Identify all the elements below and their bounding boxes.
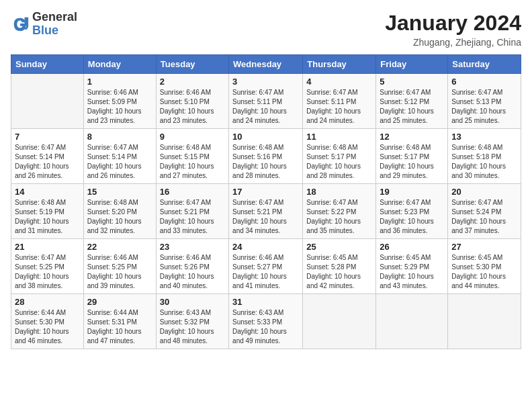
day-info: Sunrise: 6:47 AM Sunset: 5:21 PM Dayligh… (232, 198, 299, 236)
week-row-4: 21Sunrise: 6:47 AM Sunset: 5:25 PM Dayli… (11, 239, 521, 294)
day-cell: 22Sunrise: 6:46 AM Sunset: 5:25 PM Dayli… (83, 239, 156, 294)
day-number: 24 (232, 242, 299, 252)
day-cell: 1Sunrise: 6:46 AM Sunset: 5:09 PM Daylig… (83, 74, 156, 129)
day-cell: 28Sunrise: 6:44 AM Sunset: 5:30 PM Dayli… (11, 294, 84, 349)
header-cell-friday: Friday (376, 55, 448, 74)
day-number: 22 (87, 242, 152, 252)
day-info: Sunrise: 6:48 AM Sunset: 5:19 PM Dayligh… (15, 198, 80, 236)
header-row: SundayMondayTuesdayWednesdayThursdayFrid… (11, 55, 521, 74)
header-cell-thursday: Thursday (303, 55, 376, 74)
day-cell: 7Sunrise: 6:47 AM Sunset: 5:14 PM Daylig… (11, 129, 84, 184)
day-info: Sunrise: 6:47 AM Sunset: 5:12 PM Dayligh… (380, 88, 444, 126)
day-number: 11 (306, 132, 372, 142)
day-info: Sunrise: 6:47 AM Sunset: 5:21 PM Dayligh… (160, 198, 225, 236)
header: General Blue January 2024 Zhugang, Zheji… (11, 11, 521, 48)
week-row-5: 28Sunrise: 6:44 AM Sunset: 5:30 PM Dayli… (11, 294, 521, 349)
calendar-header: SundayMondayTuesdayWednesdayThursdayFrid… (11, 55, 521, 74)
day-cell: 6Sunrise: 6:47 AM Sunset: 5:13 PM Daylig… (448, 74, 521, 129)
day-cell: 8Sunrise: 6:47 AM Sunset: 5:14 PM Daylig… (83, 129, 156, 184)
day-number: 23 (160, 242, 225, 252)
title-block: January 2024 Zhugang, Zhejiang, China (385, 11, 521, 48)
location-subtitle: Zhugang, Zhejiang, China (385, 37, 521, 48)
day-info: Sunrise: 6:48 AM Sunset: 5:20 PM Dayligh… (87, 198, 152, 236)
day-cell: 18Sunrise: 6:47 AM Sunset: 5:22 PM Dayli… (303, 184, 376, 239)
day-info: Sunrise: 6:48 AM Sunset: 5:16 PM Dayligh… (232, 143, 299, 181)
day-info: Sunrise: 6:47 AM Sunset: 5:11 PM Dayligh… (306, 88, 372, 126)
day-cell: 17Sunrise: 6:47 AM Sunset: 5:21 PM Dayli… (229, 184, 303, 239)
day-number: 13 (451, 132, 517, 142)
day-info: Sunrise: 6:47 AM Sunset: 5:14 PM Dayligh… (15, 143, 80, 181)
week-row-3: 14Sunrise: 6:48 AM Sunset: 5:19 PM Dayli… (11, 184, 521, 239)
header-cell-tuesday: Tuesday (156, 55, 228, 74)
day-number: 2 (160, 77, 225, 87)
day-number: 4 (306, 77, 372, 87)
day-number: 25 (306, 242, 372, 252)
day-cell: 15Sunrise: 6:48 AM Sunset: 5:20 PM Dayli… (83, 184, 156, 239)
day-cell: 9Sunrise: 6:48 AM Sunset: 5:15 PM Daylig… (156, 129, 228, 184)
day-number: 15 (87, 187, 152, 197)
day-cell (376, 294, 448, 349)
logo-icon (11, 15, 30, 34)
day-number: 5 (380, 77, 444, 87)
day-cell: 3Sunrise: 6:47 AM Sunset: 5:11 PM Daylig… (229, 74, 303, 129)
day-cell: 14Sunrise: 6:48 AM Sunset: 5:19 PM Dayli… (11, 184, 84, 239)
header-cell-wednesday: Wednesday (229, 55, 303, 74)
day-number: 30 (160, 297, 225, 307)
day-number: 6 (451, 77, 517, 87)
day-cell: 29Sunrise: 6:44 AM Sunset: 5:31 PM Dayli… (83, 294, 156, 349)
day-cell (303, 294, 376, 349)
day-cell: 25Sunrise: 6:45 AM Sunset: 5:28 PM Dayli… (303, 239, 376, 294)
day-cell: 20Sunrise: 6:47 AM Sunset: 5:24 PM Dayli… (448, 184, 521, 239)
day-cell: 10Sunrise: 6:48 AM Sunset: 5:16 PM Dayli… (229, 129, 303, 184)
day-info: Sunrise: 6:46 AM Sunset: 5:09 PM Dayligh… (87, 88, 152, 126)
day-info: Sunrise: 6:47 AM Sunset: 5:23 PM Dayligh… (380, 198, 444, 236)
day-number: 14 (15, 187, 80, 197)
day-cell: 24Sunrise: 6:46 AM Sunset: 5:27 PM Dayli… (229, 239, 303, 294)
day-info: Sunrise: 6:43 AM Sunset: 5:32 PM Dayligh… (160, 308, 225, 346)
day-cell: 31Sunrise: 6:43 AM Sunset: 5:33 PM Dayli… (229, 294, 303, 349)
day-cell: 16Sunrise: 6:47 AM Sunset: 5:21 PM Dayli… (156, 184, 228, 239)
day-info: Sunrise: 6:46 AM Sunset: 5:25 PM Dayligh… (87, 253, 152, 291)
day-number: 31 (232, 297, 299, 307)
day-cell: 2Sunrise: 6:46 AM Sunset: 5:10 PM Daylig… (156, 74, 228, 129)
day-info: Sunrise: 6:48 AM Sunset: 5:17 PM Dayligh… (306, 143, 372, 181)
day-cell: 5Sunrise: 6:47 AM Sunset: 5:12 PM Daylig… (376, 74, 448, 129)
day-info: Sunrise: 6:43 AM Sunset: 5:33 PM Dayligh… (232, 308, 299, 346)
header-cell-sunday: Sunday (11, 55, 84, 74)
day-number: 9 (160, 132, 225, 142)
day-info: Sunrise: 6:45 AM Sunset: 5:30 PM Dayligh… (451, 253, 517, 291)
day-cell: 23Sunrise: 6:46 AM Sunset: 5:26 PM Dayli… (156, 239, 228, 294)
day-info: Sunrise: 6:46 AM Sunset: 5:27 PM Dayligh… (232, 253, 299, 291)
day-info: Sunrise: 6:47 AM Sunset: 5:11 PM Dayligh… (232, 88, 299, 126)
day-info: Sunrise: 6:47 AM Sunset: 5:22 PM Dayligh… (306, 198, 372, 236)
day-info: Sunrise: 6:47 AM Sunset: 5:25 PM Dayligh… (15, 253, 80, 291)
day-number: 21 (15, 242, 80, 252)
day-info: Sunrise: 6:47 AM Sunset: 5:24 PM Dayligh… (451, 198, 517, 236)
day-number: 26 (380, 242, 444, 252)
day-cell: 4Sunrise: 6:47 AM Sunset: 5:11 PM Daylig… (303, 74, 376, 129)
day-cell: 21Sunrise: 6:47 AM Sunset: 5:25 PM Dayli… (11, 239, 84, 294)
day-number: 1 (87, 77, 152, 87)
day-number: 10 (232, 132, 299, 142)
week-row-2: 7Sunrise: 6:47 AM Sunset: 5:14 PM Daylig… (11, 129, 521, 184)
day-info: Sunrise: 6:48 AM Sunset: 5:15 PM Dayligh… (160, 143, 225, 181)
day-number: 28 (15, 297, 80, 307)
day-info: Sunrise: 6:44 AM Sunset: 5:31 PM Dayligh… (87, 308, 152, 346)
day-info: Sunrise: 6:47 AM Sunset: 5:13 PM Dayligh… (451, 88, 517, 126)
day-cell: 27Sunrise: 6:45 AM Sunset: 5:30 PM Dayli… (448, 239, 521, 294)
day-info: Sunrise: 6:48 AM Sunset: 5:18 PM Dayligh… (451, 143, 517, 181)
day-number: 20 (451, 187, 517, 197)
day-cell: 13Sunrise: 6:48 AM Sunset: 5:18 PM Dayli… (448, 129, 521, 184)
day-number: 19 (380, 187, 444, 197)
day-number: 8 (87, 132, 152, 142)
logo-text: General Blue (32, 11, 77, 38)
day-number: 7 (15, 132, 80, 142)
day-cell: 11Sunrise: 6:48 AM Sunset: 5:17 PM Dayli… (303, 129, 376, 184)
day-info: Sunrise: 6:46 AM Sunset: 5:10 PM Dayligh… (160, 88, 225, 126)
day-cell (11, 74, 84, 129)
calendar-body: 1Sunrise: 6:46 AM Sunset: 5:09 PM Daylig… (11, 74, 521, 349)
calendar-table: SundayMondayTuesdayWednesdayThursdayFrid… (11, 54, 521, 349)
day-info: Sunrise: 6:46 AM Sunset: 5:26 PM Dayligh… (160, 253, 225, 291)
day-info: Sunrise: 6:48 AM Sunset: 5:17 PM Dayligh… (380, 143, 444, 181)
day-number: 27 (451, 242, 517, 252)
